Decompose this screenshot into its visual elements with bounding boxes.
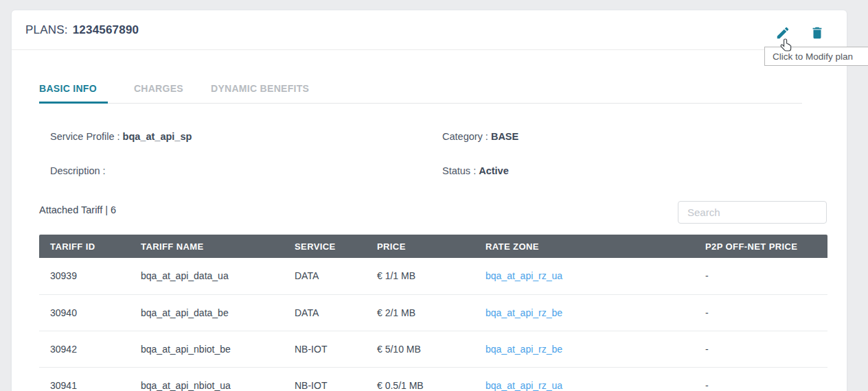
rate-zone-link[interactable]: bqa_at_api_rz_ua xyxy=(486,380,562,391)
trash-icon[interactable] xyxy=(810,25,825,40)
cell-tariff-id: 30941 xyxy=(39,367,130,391)
rate-zone-link[interactable]: bqa_at_api_rz_ua xyxy=(486,270,562,281)
cell-p2p-off-net-price: - xyxy=(694,258,827,294)
page-title-value: 1234567890 xyxy=(73,23,139,37)
card-header: PLANS: 1234567890 xyxy=(12,10,847,50)
category-label: Category : xyxy=(442,131,491,142)
cell-service: DATA xyxy=(284,258,366,294)
status-value: Active xyxy=(479,165,509,176)
cell-tariff-name: bqa_at_api_nbiot_be xyxy=(130,331,284,367)
service-profile-field: Service Profile : bqa_at_api_sp xyxy=(50,131,192,142)
table-row: 30942 bqa_at_api_nbiot_be NB-IOT € 5/10 … xyxy=(39,331,827,367)
page-title-label: PLANS: xyxy=(25,23,68,37)
cell-p2p-off-net-price: - xyxy=(694,294,827,331)
cell-tariff-name: bqa_at_api_data_ua xyxy=(130,258,284,294)
tab-bar: BASIC INFO CHARGES DYNAMIC BENEFITS xyxy=(39,76,802,104)
col-header-rate-zone: RATE ZONE xyxy=(475,235,694,258)
col-header-service: SERVICE xyxy=(284,235,366,258)
search-input[interactable] xyxy=(678,201,827,224)
tab-dynamic-benefits[interactable]: DYNAMIC BENEFITS xyxy=(211,76,310,103)
col-header-price: PRICE xyxy=(366,235,475,258)
header-actions xyxy=(775,25,825,40)
tab-charges[interactable]: CHARGES xyxy=(134,76,185,103)
cell-tariff-id: 30940 xyxy=(39,294,130,331)
tab-basic-info[interactable]: BASIC INFO xyxy=(39,76,108,103)
cell-tariff-id: 30939 xyxy=(39,258,130,294)
cell-service: NB-IOT xyxy=(284,367,366,391)
cell-service: DATA xyxy=(284,294,366,331)
description-field: Description : xyxy=(50,165,106,176)
table-header-row: TARIFF ID TARIFF NAME SERVICE PRICE RATE… xyxy=(39,235,827,258)
category-field: Category : BASE xyxy=(442,131,518,142)
page-title: PLANS: 1234567890 xyxy=(25,10,139,50)
cell-tariff-name: bqa_at_api_nbiot_ua xyxy=(130,367,284,391)
cell-price: € 2/1 MB xyxy=(366,294,475,331)
cell-price: € 5/10 MB xyxy=(366,331,475,367)
service-profile-label: Service Profile : xyxy=(50,131,123,142)
table-row: 30940 bqa_at_api_data_be DATA € 2/1 MB b… xyxy=(39,294,827,331)
cell-tariff-id: 30942 xyxy=(39,331,130,367)
col-header-tariff-name: TARIFF NAME xyxy=(130,235,284,258)
cell-p2p-off-net-price: - xyxy=(694,367,827,391)
tariff-table: TARIFF ID TARIFF NAME SERVICE PRICE RATE… xyxy=(39,235,827,391)
status-label: Status : xyxy=(442,165,479,176)
pencil-icon[interactable] xyxy=(775,25,790,40)
cell-service: NB-IOT xyxy=(284,331,366,367)
status-field: Status : Active xyxy=(442,165,509,176)
cell-price: € 0.5/1 MB xyxy=(366,367,475,391)
cell-tariff-name: bqa_at_api_data_be xyxy=(130,294,284,331)
table-row: 30941 bqa_at_api_nbiot_ua NB-IOT € 0.5/1… xyxy=(39,367,827,391)
category-value: BASE xyxy=(491,131,518,142)
rate-zone-link[interactable]: bqa_at_api_rz_be xyxy=(486,344,562,355)
cell-price: € 1/1 MB xyxy=(366,258,475,294)
table-row: 30939 bqa_at_api_data_ua DATA € 1/1 MB b… xyxy=(39,258,827,294)
plan-detail-card: PLANS: 1234567890 BASIC INFO CHARGES DYN… xyxy=(11,10,847,391)
attached-tariff-count: Attached Tariff | 6 xyxy=(39,204,116,215)
description-label: Description : xyxy=(50,165,106,176)
rate-zone-link[interactable]: bqa_at_api_rz_be xyxy=(486,307,562,318)
edit-tooltip: Click to Modify plan xyxy=(764,47,868,66)
col-header-p2p-off-net-price: P2P OFF-NET PRICE xyxy=(694,235,827,258)
service-profile-value: bqa_at_api_sp xyxy=(123,131,192,142)
cell-p2p-off-net-price: - xyxy=(694,331,827,367)
col-header-tariff-id: TARIFF ID xyxy=(39,235,130,258)
